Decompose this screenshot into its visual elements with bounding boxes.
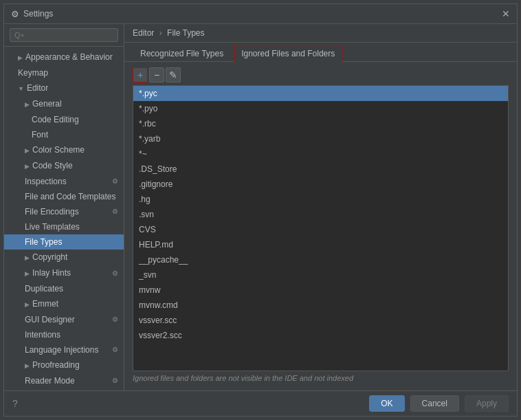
list-item[interactable]: __pycache__ <box>133 252 508 267</box>
sidebar-item-keymap[interactable]: Keymap <box>4 65 124 80</box>
settings-badge: ⚙ <box>112 267 118 280</box>
list-item[interactable]: vssver2.scc <box>133 328 508 343</box>
add-button[interactable]: + <box>133 67 148 82</box>
footer-buttons: OK Cancel Apply <box>369 395 509 412</box>
sidebar-item-label: Color Scheme <box>32 145 85 155</box>
sidebar-item-file-code-templates[interactable]: File and Code Templates <box>4 189 124 204</box>
status-text: Ignored files and folders are not visibl… <box>133 374 353 382</box>
sidebar-item-emmet[interactable]: ▶Emmet <box>4 296 124 312</box>
breadcrumb: Editor › File Types <box>124 24 517 43</box>
chevron-icon: ▶ <box>25 362 30 369</box>
cancel-button[interactable]: Cancel <box>410 395 459 412</box>
close-button[interactable]: ✕ <box>502 8 510 19</box>
status-bar: Ignored files and folders are not visibl… <box>133 371 509 385</box>
sidebar-item-label: Keymap <box>18 68 48 78</box>
list-item[interactable]: .svn <box>133 207 508 222</box>
breadcrumb-part1: Editor <box>133 28 154 38</box>
chevron-icon: ▼ <box>18 85 24 92</box>
settings-icon: ⚙ <box>11 9 19 19</box>
sidebar-item-label: File Types <box>25 236 62 248</box>
list-item[interactable]: _svn <box>133 267 508 283</box>
sidebar-item-gui-designer[interactable]: GUI Designer ⚙ <box>4 312 124 327</box>
breadcrumb-part2: File Types <box>167 28 204 38</box>
sidebar-item-label: Intentions <box>25 329 60 341</box>
dialog-body: ▶Appearance & Behavior Keymap ▼Editor ▶G… <box>4 24 517 390</box>
sidebar-item-label: GUI Designer <box>25 313 75 326</box>
list-item[interactable]: CVS <box>133 222 508 237</box>
sidebar-item-editor[interactable]: ▼Editor <box>4 80 124 96</box>
sidebar-item-file-types[interactable]: File Types <box>4 234 124 250</box>
sidebar-item-label: Inspections <box>25 175 67 188</box>
sidebar-item-label: Code Style <box>32 161 73 170</box>
list-item[interactable]: *.yarb <box>133 131 508 146</box>
tab-ignored[interactable]: Ignored Files and Folders <box>234 45 342 62</box>
main-content: Editor › File Types Recognized File Type… <box>124 24 517 390</box>
dialog-title: Settings <box>23 9 53 19</box>
sidebar-item-inlay-hints[interactable]: ▶Inlay Hints ⚙ <box>4 265 124 281</box>
list-item[interactable]: mvnw <box>133 283 508 298</box>
list-item[interactable]: *.rbc <box>133 116 508 131</box>
list-item[interactable]: HELP.md <box>133 237 508 252</box>
tab-recognized[interactable]: Recognized File Types <box>133 45 231 62</box>
sidebar-item-font[interactable]: Font <box>4 127 124 142</box>
list-item[interactable]: mvnw.cmd <box>133 298 508 313</box>
help-button[interactable]: ? <box>12 398 18 409</box>
sidebar-item-label: Language Injections <box>25 344 98 356</box>
list-item[interactable]: *~ <box>133 146 508 162</box>
sidebar-item-intentions[interactable]: Intentions <box>4 327 124 342</box>
chevron-icon: ▶ <box>25 163 30 170</box>
list-item[interactable]: *.pyo <box>133 101 508 116</box>
sidebar-item-label: Code Editing <box>32 113 79 126</box>
sidebar-item-inspections[interactable]: Inspections ⚙ <box>4 174 124 189</box>
sidebar-item-label: Font <box>32 129 48 141</box>
sidebar-item-label: File Encodings <box>25 206 79 218</box>
apply-button[interactable]: Apply <box>465 395 509 412</box>
breadcrumb-separator: › <box>159 28 162 38</box>
list-item[interactable]: .hg <box>133 192 508 207</box>
edit-icon: ✎ <box>169 69 177 80</box>
tabs-row: Recognized File Types Ignored Files and … <box>124 43 517 62</box>
settings-badge: ⚙ <box>112 206 118 218</box>
search-input[interactable] <box>10 28 118 42</box>
sidebar-item-reader-mode[interactable]: Reader Mode ⚙ <box>4 373 124 388</box>
sidebar-item-code-style[interactable]: ▶Code Style <box>4 158 124 174</box>
sidebar-item-appearance[interactable]: ▶Appearance & Behavior <box>4 49 124 65</box>
sidebar-item-label: Live Templates <box>25 221 80 233</box>
search-box <box>4 24 124 47</box>
sidebar-item-label: Inlay Hints <box>32 268 71 278</box>
chevron-icon: ▶ <box>25 254 30 261</box>
ok-button[interactable]: OK <box>369 395 404 412</box>
sidebar-item-file-encodings[interactable]: File Encodings ⚙ <box>4 204 124 219</box>
chevron-icon: ▶ <box>25 147 30 154</box>
add-icon: + <box>137 69 143 80</box>
sidebar-tree: ▶Appearance & Behavior Keymap ▼Editor ▶G… <box>4 47 124 390</box>
sidebar-item-label: Reader Mode <box>25 375 75 387</box>
sidebar-item-label: Duplicates <box>25 283 63 295</box>
sidebar-item-live-templates[interactable]: Live Templates <box>4 219 124 234</box>
sidebar-item-language-injections[interactable]: Language Injections ⚙ <box>4 342 124 357</box>
file-list[interactable]: *.pyc *.pyo *.rbc *.yarb *~ .DS_Store .g… <box>133 85 509 371</box>
settings-badge: ⚙ <box>112 313 118 326</box>
sidebar-item-label: Proofreading <box>32 360 80 370</box>
remove-icon: − <box>154 69 159 80</box>
sidebar-item-duplicates[interactable]: Duplicates <box>4 281 124 296</box>
settings-badge: ⚙ <box>112 175 118 188</box>
edit-button[interactable]: ✎ <box>166 67 181 82</box>
sidebar-item-proofreading[interactable]: ▶Proofreading <box>4 357 124 373</box>
sidebar-item-label: Emmet <box>32 299 58 309</box>
title-bar: ⚙ Settings ✕ <box>4 4 517 24</box>
sidebar-item-copyright[interactable]: ▶Copyright <box>4 250 124 265</box>
list-item[interactable]: .gitignore <box>133 177 508 192</box>
content-area: + − ✎ *.pyc *.pyo *.rbc *.yarb *~ <box>124 62 517 390</box>
sidebar-item-general[interactable]: ▶General <box>4 96 124 112</box>
sidebar-item-color-scheme[interactable]: ▶Color Scheme <box>4 142 124 158</box>
list-item[interactable]: vssver.scc <box>133 313 508 328</box>
sidebar-item-label: Editor <box>27 83 48 93</box>
chevron-icon: ▶ <box>18 54 23 61</box>
list-item[interactable]: .DS_Store <box>133 162 508 177</box>
remove-button[interactable]: − <box>149 67 164 82</box>
settings-badge: ⚙ <box>112 375 118 387</box>
list-item[interactable]: *.pyc <box>133 86 508 101</box>
sidebar-item-label: Appearance & Behavior <box>25 52 113 62</box>
sidebar-item-code-editing[interactable]: Code Editing <box>4 112 124 127</box>
